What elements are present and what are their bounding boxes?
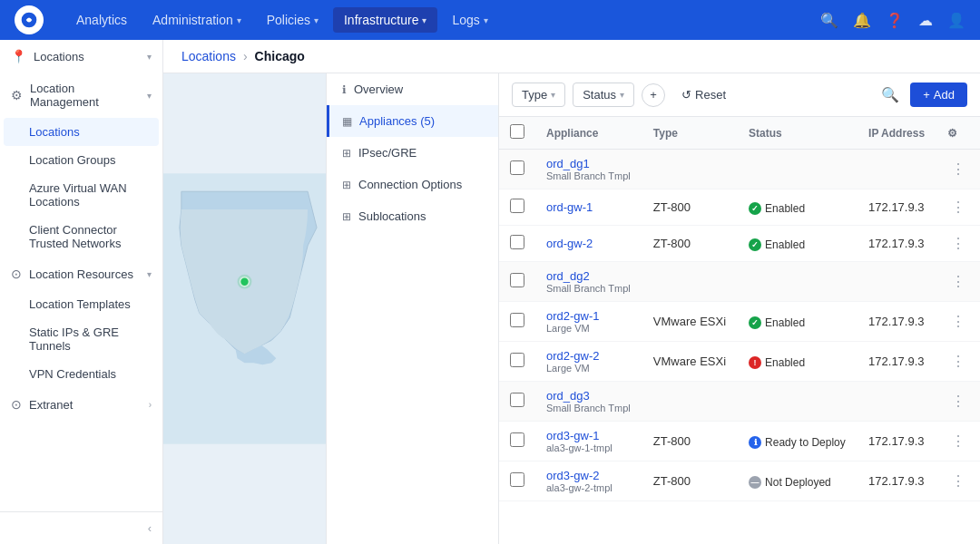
- th-settings[interactable]: ⚙: [936, 117, 980, 150]
- side-nav-ipsec-gre[interactable]: ⊞ IPsec/GRE: [327, 137, 498, 169]
- nav-logs[interactable]: Logs ▾: [441, 7, 498, 33]
- bell-icon[interactable]: 🔔: [853, 12, 871, 29]
- sidebar-location-resources-header[interactable]: ⊙ Location Resources ▾: [0, 257, 162, 290]
- side-nav-overview[interactable]: ℹ Overview: [327, 73, 498, 105]
- row-ip: 172.17.9.3: [858, 342, 936, 382]
- cloud-icon[interactable]: ☁: [918, 12, 933, 29]
- status-filter-button[interactable]: Status ▾: [573, 83, 634, 107]
- row-actions: ⋮: [936, 382, 980, 422]
- row-status: ✓Enabled: [738, 189, 858, 226]
- chevron-down-icon: ▾: [422, 15, 426, 25]
- row-ip: 172.17.9.3: [858, 422, 936, 461]
- table-row: ord_dg3Small Branch Tmpl⋮: [499, 382, 980, 422]
- row-more-button[interactable]: ⋮: [947, 471, 969, 491]
- row-checkbox[interactable]: [510, 273, 524, 287]
- sidebar-item-client-connector[interactable]: Client Connector Trusted Networks: [4, 216, 159, 257]
- row-checkbox[interactable]: [510, 432, 524, 447]
- extranet-icon: ⊙: [11, 397, 22, 412]
- nav-policies[interactable]: Policies ▾: [256, 7, 329, 33]
- appliances-icon: ▦: [342, 115, 352, 128]
- row-actions: ⋮: [936, 150, 980, 189]
- table-panel: Type ▾ Status ▾ + ↺ Reset: [499, 73, 980, 544]
- type-filter-button[interactable]: Type ▾: [512, 83, 565, 107]
- row-checkbox[interactable]: [510, 160, 524, 175]
- status-dot-icon: ✓: [749, 316, 761, 329]
- row-type: ZT-800: [642, 422, 738, 461]
- row-checkbox-cell: [499, 422, 535, 461]
- sidebar-item-azure-wan[interactable]: Azure Virtual WAN Locations: [4, 174, 159, 216]
- row-checkbox[interactable]: [510, 353, 524, 367]
- nav-analytics[interactable]: Analytics: [65, 7, 138, 33]
- sidebar-extranet-header[interactable]: ⊙ Extranet ›: [0, 388, 162, 421]
- row-checkbox[interactable]: [510, 393, 524, 407]
- row-more-button[interactable]: ⋮: [947, 431, 969, 452]
- help-icon[interactable]: ❓: [886, 12, 904, 29]
- row-more-button[interactable]: ⋮: [947, 391, 969, 412]
- map-panel: [163, 73, 327, 544]
- logo[interactable]: [15, 5, 44, 34]
- search-icon[interactable]: 🔍: [820, 12, 838, 29]
- appliance-name-link[interactable]: ord_dg2: [546, 269, 590, 283]
- breadcrumb-separator: ›: [243, 49, 248, 63]
- nav-administration[interactable]: Administration ▾: [142, 7, 252, 33]
- row-more-button[interactable]: ⋮: [947, 271, 969, 292]
- sidebar-item-static-ips[interactable]: Static IPs & GRE Tunnels: [4, 318, 159, 360]
- settings-icon: ⚙: [11, 88, 23, 102]
- status-text: Enabled: [765, 356, 805, 369]
- row-checkbox[interactable]: [510, 472, 524, 487]
- row-more-button[interactable]: ⋮: [947, 233, 969, 254]
- status-text: Not Deployed: [765, 476, 831, 489]
- sidebar-location-management-header[interactable]: ⚙ Location Management ▾: [0, 73, 162, 118]
- sidebar-collapse-button[interactable]: ‹: [0, 511, 162, 544]
- appliances-table: Appliance Type Status IP Address ⚙ ord_d…: [499, 117, 980, 501]
- chevron-down-icon: ▾: [147, 269, 152, 279]
- table-row: ord_dg1Small Branch Tmpl⋮: [499, 150, 980, 189]
- top-nav: Analytics Administration ▾ Policies ▾ In…: [0, 0, 980, 40]
- plus-icon: +: [923, 88, 930, 102]
- row-checkbox[interactable]: [510, 235, 524, 249]
- row-checkbox[interactable]: [510, 313, 524, 327]
- side-nav-sublocations[interactable]: ⊞ Sublocations: [327, 200, 498, 232]
- appliance-name-link[interactable]: ord2-gw-1: [546, 309, 600, 323]
- appliance-subtitle: Small Branch Tmpl: [546, 170, 632, 181]
- sidebar-item-location-templates[interactable]: Location Templates: [4, 290, 159, 318]
- select-all-checkbox[interactable]: [510, 124, 524, 139]
- search-button[interactable]: 🔍: [877, 83, 903, 107]
- appliance-name-link[interactable]: ord-gw-1: [546, 200, 593, 214]
- breadcrumb-parent[interactable]: Locations: [181, 49, 236, 63]
- sidebar: 📍 Locations ▾ ⚙ Location Management ▾ Lo…: [0, 40, 163, 544]
- status-text: Enabled: [765, 316, 805, 329]
- row-type: ZT-800: [642, 461, 738, 501]
- status-badge: ℹReady to Deploy: [749, 436, 846, 449]
- row-more-button[interactable]: ⋮: [947, 351, 969, 372]
- add-filter-button[interactable]: +: [642, 83, 665, 107]
- chevron-down-icon: ▾: [147, 52, 152, 62]
- add-appliance-button[interactable]: + Add: [910, 83, 967, 107]
- row-more-button[interactable]: ⋮: [947, 159, 969, 180]
- appliance-name-link[interactable]: ord2-gw-2: [546, 349, 600, 363]
- sidebar-locations-header[interactable]: 📍 Locations ▾: [0, 40, 162, 73]
- appliance-name-link[interactable]: ord_dg3: [546, 389, 590, 403]
- side-nav-appliances[interactable]: ▦ Appliances (5): [327, 105, 498, 137]
- row-status: ℹReady to Deploy: [738, 422, 858, 461]
- side-nav-connection-options[interactable]: ⊞ Connection Options: [327, 169, 498, 200]
- nav-infrastructure[interactable]: Infrastructure ▾: [333, 7, 437, 33]
- table-row: ord-gw-1ZT-800✓Enabled172.17.9.3⋮: [499, 189, 980, 226]
- row-checkbox[interactable]: [510, 199, 524, 213]
- appliance-name-link[interactable]: ord3-gw-2: [546, 469, 600, 482]
- row-appliance-name: ord3-gw-2ala3-gw-2-tmpl: [535, 461, 642, 501]
- appliance-name-link[interactable]: ord-gw-2: [546, 237, 593, 250]
- row-type: VMware ESXi: [642, 302, 738, 342]
- row-actions: ⋮: [936, 461, 980, 501]
- appliance-name-link[interactable]: ord_dg1: [546, 157, 590, 170]
- reset-button[interactable]: ↺ Reset: [672, 83, 735, 106]
- user-icon[interactable]: 👤: [947, 12, 965, 29]
- row-more-button[interactable]: ⋮: [947, 311, 969, 332]
- sidebar-item-vpn-credentials[interactable]: VPN Credentials: [4, 360, 159, 388]
- row-more-button[interactable]: ⋮: [947, 197, 969, 218]
- row-actions: ⋮: [936, 262, 980, 302]
- row-ip: [858, 150, 936, 189]
- sidebar-item-locations[interactable]: Locations: [4, 118, 159, 146]
- appliance-name-link[interactable]: ord3-gw-1: [546, 429, 600, 442]
- sidebar-item-location-groups[interactable]: Location Groups: [4, 146, 159, 174]
